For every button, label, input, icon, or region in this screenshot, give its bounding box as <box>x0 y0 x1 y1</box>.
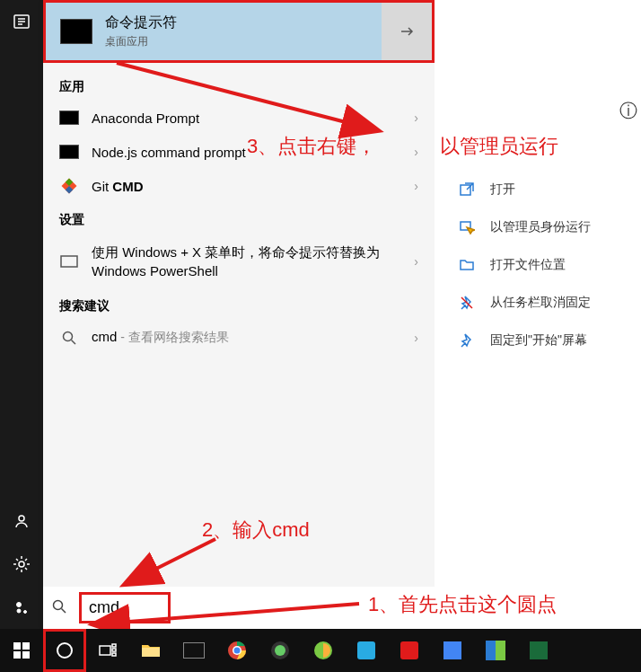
context-label: 打开 <box>490 181 515 198</box>
folder-icon <box>458 256 476 274</box>
taskbar-app-6[interactable] <box>474 629 517 672</box>
svg-point-6 <box>17 603 22 607</box>
search-results-panel: 命令提示符 桌面应用 应用 Anaconda Prompt › Node.js … <box>43 0 435 629</box>
context-unpin-taskbar[interactable]: 从任务栏取消固定 <box>458 284 641 322</box>
start-button[interactable] <box>0 629 43 672</box>
search-input[interactable] <box>89 598 161 617</box>
svg-line-14 <box>72 340 76 344</box>
svg-rect-21 <box>22 642 30 650</box>
best-match-result[interactable]: 命令提示符 桌面应用 <box>43 0 435 63</box>
suggestions-header: 搜索建议 <box>43 289 435 320</box>
svg-rect-37 <box>496 641 505 660</box>
taskbar-app-2[interactable] <box>302 629 345 672</box>
result-label: cmd- 查看网络搜索结果 <box>92 329 394 346</box>
context-label: 以管理员身份运行 <box>490 219 591 235</box>
taskbar-app-5[interactable] <box>431 629 474 672</box>
svg-rect-26 <box>112 644 116 647</box>
chevron-right-icon: › <box>414 111 418 125</box>
svg-point-13 <box>64 332 73 340</box>
cortana-search-button[interactable] <box>43 629 86 672</box>
svg-line-16 <box>62 608 66 613</box>
cmd-icon <box>60 19 92 44</box>
taskbar-cmd[interactable] <box>172 629 215 672</box>
svg-rect-27 <box>112 649 116 651</box>
svg-point-24 <box>57 643 72 658</box>
svg-rect-23 <box>22 651 30 659</box>
svg-point-5 <box>19 561 24 567</box>
svg-point-15 <box>54 600 63 609</box>
svg-point-7 <box>17 609 21 613</box>
svg-point-34 <box>275 645 285 656</box>
settings-gear-icon[interactable] <box>0 543 43 586</box>
chevron-right-icon: › <box>414 179 418 193</box>
context-pin-start[interactable]: 固定到"开始"屏幕 <box>458 322 641 359</box>
git-icon <box>59 178 79 194</box>
svg-rect-22 <box>13 651 21 659</box>
context-run-admin[interactable]: 以管理员身份运行 <box>458 208 641 246</box>
cmd-icon <box>59 111 79 125</box>
context-label: 固定到"开始"屏幕 <box>490 332 587 349</box>
result-label: Node.js command prompt <box>92 145 394 160</box>
expand-arrow-button[interactable] <box>382 3 432 60</box>
start-menu-sidebar <box>0 0 43 672</box>
result-web-search[interactable]: cmd- 查看网络搜索结果 › <box>43 320 435 355</box>
result-git-cmd[interactable]: Git CMD › <box>43 169 435 203</box>
taskbar <box>0 629 641 672</box>
open-icon <box>458 181 476 199</box>
result-label: 使用 Windows + X 菜单时，将命令提示符替换为 Windows Pow… <box>92 243 394 280</box>
context-label: 从任务栏取消固定 <box>490 295 591 311</box>
svg-point-4 <box>19 516 24 521</box>
taskbar-app-1[interactable] <box>259 629 302 672</box>
taskbar-chrome[interactable] <box>215 629 259 672</box>
context-actions-panel: 打开 以管理员身份运行 打开文件位置 从任务栏取消固定 固定到"开始"屏幕 <box>435 0 641 629</box>
search-icon <box>52 599 66 617</box>
result-anaconda-prompt[interactable]: Anaconda Prompt › <box>43 101 435 135</box>
svg-rect-29 <box>142 648 160 657</box>
user-icon[interactable] <box>0 500 43 543</box>
apps-header: 应用 <box>43 70 435 101</box>
taskbar-app-4[interactable] <box>388 629 431 672</box>
best-match-title: 命令提示符 <box>105 13 417 32</box>
unpin-taskbar-icon <box>458 294 476 312</box>
svg-rect-12 <box>61 256 77 267</box>
chevron-right-icon: › <box>414 254 418 269</box>
pin-start-icon <box>458 332 476 349</box>
search-input-highlight <box>79 592 171 623</box>
taskbar-explorer[interactable] <box>129 629 172 672</box>
svg-point-8 <box>24 611 27 614</box>
result-nodejs-prompt[interactable]: Node.js command prompt › <box>43 135 435 169</box>
chevron-right-icon: › <box>414 331 418 345</box>
context-label: 打开文件位置 <box>490 257 566 273</box>
result-powershell-setting[interactable]: 使用 Windows + X 菜单时，将命令提示符替换为 Windows Pow… <box>43 234 435 289</box>
cmd-icon <box>59 145 79 159</box>
chevron-right-icon: › <box>414 145 418 159</box>
svg-point-32 <box>234 648 241 654</box>
info-icon: ⓘ <box>619 99 637 123</box>
result-label: Git CMD <box>92 179 394 194</box>
search-box-row <box>43 587 435 629</box>
svg-rect-20 <box>13 642 21 650</box>
recent-icon[interactable] <box>0 0 43 43</box>
context-open-location[interactable]: 打开文件位置 <box>458 246 641 284</box>
svg-rect-25 <box>100 646 110 655</box>
result-label: Anaconda Prompt <box>92 111 394 126</box>
taskbar-app-3[interactable] <box>345 629 388 672</box>
taskbar-app-7[interactable] <box>517 629 560 672</box>
settings-header: 设置 <box>43 203 435 234</box>
admin-icon <box>458 218 476 236</box>
power-icon[interactable] <box>0 586 43 629</box>
task-view-button[interactable] <box>86 629 129 672</box>
context-open[interactable]: 打开 <box>458 171 641 208</box>
search-icon <box>59 330 79 346</box>
settings-result-icon <box>59 253 79 270</box>
best-match-subtitle: 桌面应用 <box>105 34 417 49</box>
svg-rect-28 <box>112 653 116 656</box>
